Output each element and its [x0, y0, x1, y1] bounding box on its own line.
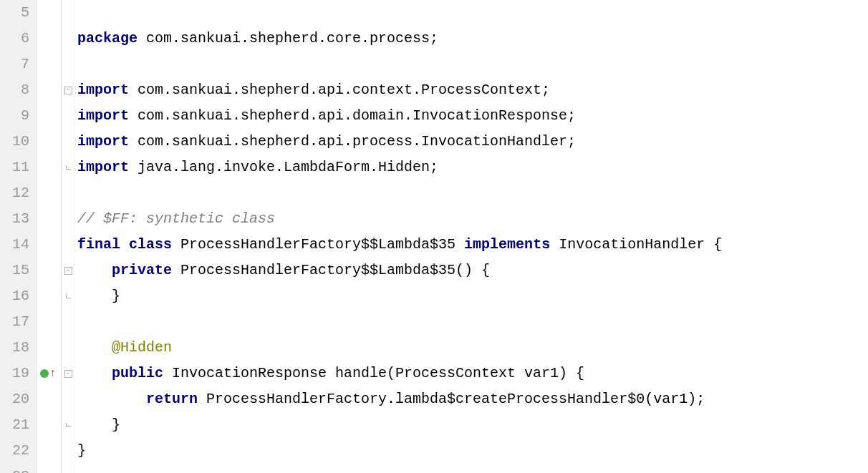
fold-end-icon[interactable]	[63, 155, 73, 180]
code-line[interactable]	[77, 180, 868, 206]
code-token	[77, 339, 112, 356]
line-number: 12	[0, 180, 29, 206]
line-number: 17	[0, 309, 29, 335]
code-editor[interactable]: 567891011121314151617181920212223 ↑ −−− …	[0, 0, 868, 473]
code-token: implements	[464, 236, 559, 253]
code-token: InvocationResponse handle(ProcessContext…	[172, 365, 584, 381]
code-line[interactable]	[77, 309, 868, 335]
code-line[interactable]: import java.lang.invoke.LambdaForm.Hidde…	[77, 155, 868, 180]
code-token: com.sankuai.shepherd.api.context.Process…	[138, 82, 550, 98]
code-line[interactable]: }	[77, 283, 868, 309]
code-token: }	[77, 416, 120, 433]
code-line[interactable]	[77, 52, 868, 77]
code-token: }	[77, 442, 86, 459]
fold-column: −−−	[62, 0, 74, 473]
line-number: 16	[0, 283, 29, 309]
code-token: @Hidden	[112, 339, 172, 356]
code-line[interactable]: // $FF: synthetic class	[77, 206, 868, 232]
code-token	[77, 391, 146, 407]
line-number: 9	[0, 103, 29, 129]
code-token: com.sankuai.shepherd.core.process;	[146, 30, 438, 47]
line-number: 7	[0, 52, 29, 77]
code-token: import	[77, 133, 138, 150]
code-token: ProcessHandlerFactory.lambda$createProce…	[206, 391, 705, 407]
line-number: 18	[0, 335, 29, 361]
line-number-gutter: 567891011121314151617181920212223	[0, 0, 37, 473]
breakpoint-icon	[40, 369, 49, 378]
code-line[interactable]: private ProcessHandlerFactory$$Lambda$35…	[77, 258, 868, 283]
code-line[interactable]: public InvocationResponse handle(Process…	[77, 361, 868, 386]
fold-collapse-icon[interactable]: −	[63, 361, 73, 386]
line-number: 10	[0, 129, 29, 155]
code-token: java.lang.invoke.LambdaForm.Hidden;	[138, 159, 438, 175]
code-token: package	[77, 30, 146, 47]
line-number: 23	[0, 464, 29, 473]
code-line[interactable]: }	[77, 412, 868, 438]
code-line[interactable]: return ProcessHandlerFactory.lambda$crea…	[77, 386, 868, 412]
line-number: 8	[0, 77, 29, 103]
fold-end-icon[interactable]	[63, 283, 73, 309]
code-token: // $FF: synthetic class	[77, 210, 275, 227]
code-token: public	[112, 365, 172, 381]
code-token: import	[77, 82, 138, 98]
code-token	[77, 262, 112, 278]
code-token: InvocationHandler {	[559, 236, 722, 253]
code-token: import	[77, 107, 138, 124]
code-token: import	[77, 159, 138, 175]
code-token: final class	[77, 236, 180, 253]
line-number: 5	[0, 0, 29, 26]
code-token: return	[146, 391, 206, 407]
arrow-up-icon: ↑	[49, 361, 57, 386]
line-number: 11	[0, 155, 29, 180]
code-token: ProcessHandlerFactory$$Lambda$35() {	[180, 262, 490, 278]
line-number: 6	[0, 26, 29, 52]
code-line[interactable]: import com.sankuai.shepherd.api.context.…	[77, 77, 868, 103]
fold-end-icon[interactable]	[63, 412, 73, 438]
code-token: com.sankuai.shepherd.api.process.Invocat…	[138, 133, 576, 150]
code-token: ProcessHandlerFactory$$Lambda$35	[180, 236, 464, 253]
code-line[interactable]: final class ProcessHandlerFactory$$Lambd…	[77, 232, 868, 258]
breakpoint-marker[interactable]: ↑	[40, 361, 59, 386]
fold-collapse-icon[interactable]: −	[63, 258, 73, 283]
code-token	[77, 365, 112, 381]
fold-collapse-icon[interactable]: −	[63, 77, 73, 103]
code-line[interactable]: package com.sankuai.shepherd.core.proces…	[77, 26, 868, 52]
code-line[interactable]: }	[77, 438, 868, 464]
marker-column: ↑	[37, 0, 62, 473]
line-number: 14	[0, 232, 29, 258]
code-token: com.sankuai.shepherd.api.domain.Invocati…	[138, 107, 576, 124]
line-number: 13	[0, 206, 29, 232]
line-number: 20	[0, 386, 29, 412]
code-area[interactable]: package com.sankuai.shepherd.core.proces…	[74, 0, 868, 473]
code-token: }	[77, 288, 120, 304]
line-number: 19	[0, 361, 29, 386]
line-number: 22	[0, 438, 29, 464]
line-number: 21	[0, 412, 29, 438]
line-number: 15	[0, 258, 29, 283]
code-line[interactable]: import com.sankuai.shepherd.api.process.…	[77, 129, 868, 155]
code-token: private	[112, 262, 180, 278]
code-line[interactable]: @Hidden	[77, 335, 868, 361]
code-line[interactable]	[77, 464, 868, 473]
code-line[interactable]: import com.sankuai.shepherd.api.domain.I…	[77, 103, 868, 129]
code-line[interactable]	[77, 0, 868, 26]
